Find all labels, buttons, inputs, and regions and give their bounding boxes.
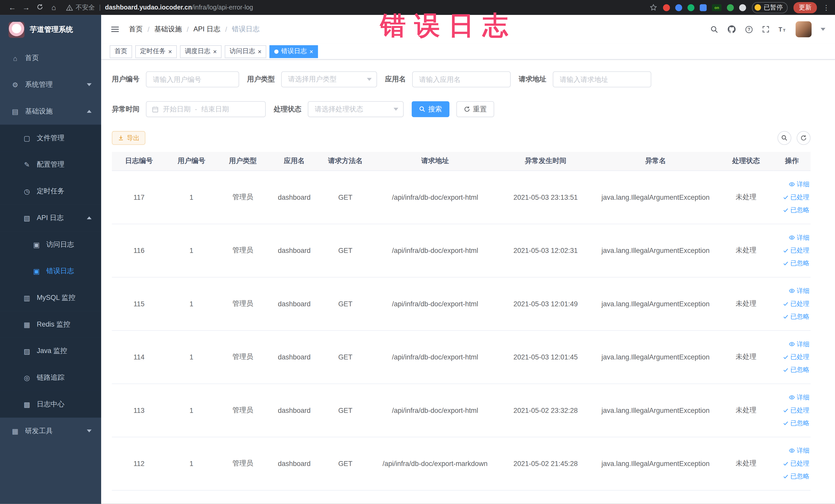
- user-type-select[interactable]: 请选择用户类型: [281, 72, 377, 87]
- extension-blue-drop-icon[interactable]: [675, 4, 682, 11]
- check-icon: [783, 473, 789, 479]
- chevron-down-icon[interactable]: [821, 28, 826, 31]
- eye-icon: [789, 181, 795, 187]
- sidebar-item-error-log[interactable]: ▣错误日志: [0, 258, 101, 284]
- processed-link[interactable]: 已处理: [783, 352, 810, 361]
- close-icon[interactable]: ×: [309, 48, 313, 55]
- breadcrumb-item[interactable]: 基础设施: [154, 24, 182, 34]
- app-name-input[interactable]: [412, 72, 511, 87]
- breadcrumb-item[interactable]: API 日志: [194, 24, 221, 34]
- detail-link[interactable]: 详细: [789, 393, 810, 402]
- table-row: 1151管理员dashboardGET/api/infra/db-doc/exp…: [112, 277, 811, 330]
- reload-button[interactable]: [33, 3, 47, 12]
- sidebar-item-dev-tools[interactable]: ▦研发工具: [0, 418, 101, 444]
- font-size-icon[interactable]: TT: [778, 25, 787, 33]
- forward-button[interactable]: →: [19, 3, 33, 12]
- sidebar-item-log-center[interactable]: ▩日志中心: [0, 391, 101, 418]
- sidebar-item-redis-monitor[interactable]: ▦Redis 监控: [0, 311, 101, 338]
- update-button[interactable]: 更新: [793, 2, 817, 13]
- tab-label: 调度日志: [185, 47, 210, 56]
- table-cell: GET: [320, 330, 371, 383]
- close-icon[interactable]: ×: [258, 48, 262, 55]
- reset-button[interactable]: 重置: [456, 101, 494, 117]
- home-button[interactable]: ⌂: [47, 3, 61, 12]
- table-cell: 2021-05-03 23:13:51: [499, 170, 592, 224]
- extension-on-badge-icon[interactable]: on: [712, 4, 721, 11]
- process-status-select[interactable]: 请选择处理状态: [308, 101, 404, 117]
- github-icon[interactable]: [728, 25, 736, 34]
- ignored-link[interactable]: 已忽略: [783, 312, 810, 321]
- close-icon[interactable]: ×: [213, 48, 217, 55]
- bookmark-star-icon[interactable]: [650, 4, 657, 11]
- security-label[interactable]: 不安全: [76, 3, 95, 12]
- detail-link[interactable]: 详细: [789, 446, 810, 455]
- sidebar-item-system-management[interactable]: ⚙系统管理: [0, 72, 101, 98]
- close-icon[interactable]: ×: [168, 48, 172, 55]
- tab-scheduled-tasks[interactable]: 定时任务×: [135, 45, 177, 58]
- exception-time-range-picker[interactable]: 开始日期 - 结束日期: [146, 101, 266, 117]
- table-cell: 管理员: [217, 224, 269, 277]
- hamburger-icon[interactable]: [111, 25, 119, 34]
- extension-green-leaf-icon[interactable]: [727, 4, 734, 11]
- sidebar-item-api-log[interactable]: ▧API 日志: [0, 205, 101, 231]
- detail-link[interactable]: 详细: [789, 286, 810, 295]
- table-cell: dashboard: [269, 437, 320, 490]
- extension-red-circle-icon[interactable]: [663, 4, 670, 11]
- back-button[interactable]: ←: [5, 3, 19, 12]
- sidebar-item-scheduled-tasks[interactable]: ◷定时任务: [0, 178, 101, 205]
- chevron-down-icon: [87, 429, 91, 432]
- tab-home[interactable]: 首页: [109, 45, 132, 58]
- processed-link[interactable]: 已处理: [783, 193, 810, 202]
- sidebar-item-mysql-monitor[interactable]: ▥MySQL 监控: [0, 284, 101, 311]
- toggle-search-button[interactable]: [777, 131, 791, 145]
- sidebar-item-infrastructure[interactable]: ▤基础设施: [0, 98, 101, 125]
- processed-link[interactable]: 已处理: [783, 246, 810, 255]
- tab-error-log[interactable]: 错误日志×: [269, 45, 318, 58]
- sidebar-item-java-monitor[interactable]: ▨Java 监控: [0, 338, 101, 364]
- eye-icon: [789, 394, 795, 401]
- ignored-link[interactable]: 已忽略: [783, 259, 810, 267]
- request-url-input[interactable]: [553, 72, 651, 87]
- processed-link[interactable]: 已处理: [783, 406, 810, 415]
- extension-paw-icon[interactable]: [739, 4, 746, 11]
- detail-link[interactable]: 详细: [789, 340, 810, 349]
- user-id-input[interactable]: [146, 72, 239, 87]
- detail-link[interactable]: 详细: [789, 233, 810, 242]
- address-bar[interactable]: dashboard.yudao.iocoder.cn/infra/log/api…: [105, 4, 253, 11]
- table-cell: GET: [320, 224, 371, 277]
- table-cell: java.lang.IllegalArgumentException: [592, 384, 719, 437]
- sidebar-item-file-management[interactable]: ▢文件管理: [0, 124, 101, 151]
- ignored-link[interactable]: 已忽略: [783, 419, 810, 427]
- fullscreen-icon[interactable]: [762, 26, 770, 33]
- extension-blue-grid-icon[interactable]: [700, 4, 707, 11]
- breadcrumb-item[interactable]: 首页: [129, 24, 143, 34]
- smiley-icon: [755, 4, 761, 11]
- search-icon[interactable]: [711, 25, 718, 33]
- refresh-table-button[interactable]: [797, 131, 811, 145]
- sidebar-item-home[interactable]: ⌂首页: [0, 45, 101, 72]
- ignored-link[interactable]: 已忽略: [783, 365, 810, 374]
- sidebar-item-config-management[interactable]: ✎配置管理: [0, 151, 101, 178]
- app-logo[interactable]: 芋道管理系统: [0, 15, 101, 45]
- browser-menu-icon[interactable]: ⋮: [823, 3, 830, 11]
- sidebar-item-link-tracing[interactable]: ◎链路追踪: [0, 364, 101, 391]
- tab-access-log[interactable]: 访问日志×: [225, 45, 266, 58]
- search-button[interactable]: 搜索: [412, 101, 449, 117]
- help-icon[interactable]: ?: [745, 25, 753, 33]
- extension-green-circle-icon[interactable]: [687, 4, 694, 11]
- processed-link[interactable]: 已处理: [783, 459, 810, 468]
- table-cell: GET: [320, 170, 371, 224]
- ignored-link[interactable]: 已忽略: [783, 472, 810, 481]
- paused-extension-badge[interactable]: 已暂停: [752, 2, 788, 13]
- table-cell: 112: [112, 437, 166, 490]
- check-icon: [783, 301, 789, 306]
- download-icon: [118, 135, 124, 141]
- export-button[interactable]: 导出: [112, 131, 145, 145]
- tab-job-log[interactable]: 调度日志×: [180, 45, 222, 58]
- user-avatar[interactable]: [795, 21, 811, 37]
- table-toolbar: 导出: [112, 131, 811, 145]
- processed-link[interactable]: 已处理: [783, 299, 810, 308]
- detail-link[interactable]: 详细: [789, 180, 810, 189]
- sidebar-item-access-log[interactable]: ▣访问日志: [0, 231, 101, 258]
- ignored-link[interactable]: 已忽略: [783, 205, 810, 215]
